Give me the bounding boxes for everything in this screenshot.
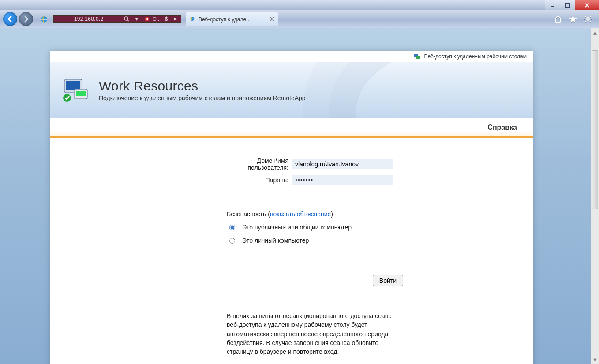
address-bar[interactable]: 192.168.0.2 ▾ О... [53, 15, 181, 23]
window-maximize-button[interactable] [560, 0, 575, 10]
window-title-bar [0, 0, 599, 10]
favorites-icon[interactable] [569, 15, 577, 23]
browser-window: 192.168.0.2 ▾ О... [0, 0, 599, 364]
help-link[interactable]: Справка [487, 124, 517, 131]
security-label: Безопасность [227, 210, 266, 218]
page-banner: Work Resources Подключение к удаленным р… [50, 62, 533, 118]
username-label: Домен\имя пользователя: [227, 157, 292, 171]
radio-public-label: Это публичный или общий компьютер [242, 224, 352, 231]
settings-icon[interactable] [584, 15, 592, 23]
nav-forward-button[interactable] [19, 12, 33, 26]
browser-viewport: Веб-доступ к удаленным рабочим столам Wo… [0, 28, 599, 364]
svg-rect-0 [566, 4, 569, 7]
svg-rect-7 [416, 56, 420, 59]
username-input[interactable] [292, 159, 393, 169]
login-form: Домен\имя пользователя: Пароль: [227, 157, 432, 185]
svg-rect-9 [66, 81, 80, 90]
page-header-strip: Веб-доступ к удаленным рабочим столам [50, 51, 533, 62]
rdweb-small-icon [414, 53, 421, 60]
tab-title: Веб-доступ к удале... [198, 16, 251, 23]
form-divider-1 [227, 199, 403, 199]
radio-private-row[interactable]: Это личный компьютер [227, 237, 517, 244]
help-strip: Справка [50, 118, 533, 138]
address-url-text: 192.168.0.2 [56, 16, 121, 22]
form-divider-2 [227, 300, 403, 300]
scroll-down-button[interactable]: ▾ [591, 356, 599, 364]
disclaimer-text: В целях защиты от несанкционированного д… [227, 311, 403, 356]
scroll-up-button[interactable]: ▴ [591, 28, 599, 36]
cert-error-icon[interactable] [144, 16, 150, 22]
nav-back-button[interactable] [3, 12, 17, 26]
ie-logo-icon [39, 14, 49, 24]
svg-point-5 [587, 18, 589, 20]
svg-rect-11 [76, 91, 86, 96]
page-header-title: Веб-доступ к удаленным рабочим столам [424, 53, 527, 60]
home-icon[interactable] [554, 15, 562, 23]
radio-private[interactable] [229, 238, 235, 244]
banner-text: Work Resources Подключение к удаленным р… [99, 79, 306, 101]
radio-public[interactable] [229, 225, 235, 230]
svg-point-2 [124, 17, 128, 20]
security-section: Безопасность (показать объяснение) Это п… [227, 210, 517, 244]
scroll-thumb[interactable] [592, 50, 598, 209]
window-close-button[interactable] [575, 0, 599, 10]
work-resources-icon [63, 76, 91, 104]
search-icon[interactable] [124, 16, 130, 22]
banner-subtitle: Подключение к удаленным рабочим столам и… [99, 94, 306, 101]
address-status-text: О... [153, 16, 161, 22]
submit-button[interactable]: Войти [373, 275, 403, 286]
stop-icon[interactable] [172, 16, 178, 22]
banner-title: Work Resources [99, 79, 306, 94]
browser-toolbar: 192.168.0.2 ▾ О... [0, 10, 599, 28]
browser-tab-active[interactable]: Веб-доступ к удале... [186, 12, 278, 26]
login-content: Домен\имя пользователя: Пароль: Безопасн… [50, 138, 533, 356]
submit-row: Войти [227, 275, 403, 286]
refresh-icon[interactable] [163, 16, 169, 22]
tab-favicon-icon [189, 15, 196, 23]
radio-private-label: Это личный компьютер [242, 237, 309, 244]
radio-public-row[interactable]: Это публичный или общий компьютер [227, 224, 517, 231]
security-explain-link[interactable]: показать объяснение [270, 210, 331, 218]
window-minimize-button[interactable] [545, 0, 560, 10]
viewport-scrollbar[interactable]: ▴ ▾ [591, 28, 599, 364]
dropdown-icon[interactable]: ▾ [132, 16, 141, 22]
window-controls [545, 0, 599, 10]
password-input[interactable] [292, 175, 393, 185]
rdweb-page: Веб-доступ к удаленным рабочим столам Wo… [50, 51, 533, 364]
toolbar-right-icons [554, 15, 596, 23]
tab-close-button[interactable] [269, 16, 275, 22]
password-label: Пароль: [227, 176, 292, 184]
